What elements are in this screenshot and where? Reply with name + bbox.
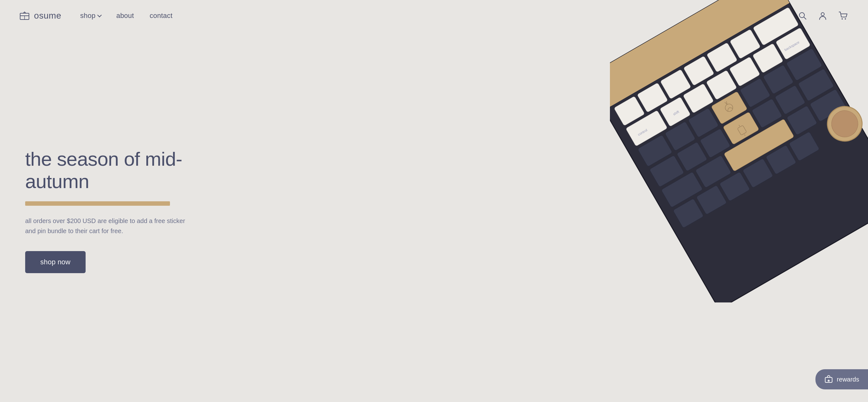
svg-point-5 (821, 12, 824, 16)
logo-link[interactable]: osume (19, 10, 61, 22)
nav-about-link[interactable]: about (116, 12, 134, 20)
svg-line-4 (804, 17, 806, 20)
svg-point-7 (845, 18, 846, 20)
keyboard-image: control shift backspace (610, 0, 868, 402)
shop-chevron-icon (97, 13, 102, 17)
nav-icons (797, 10, 849, 22)
rewards-button[interactable]: rewards (815, 369, 868, 390)
logo-icon (19, 10, 30, 22)
account-icon (818, 11, 827, 20)
nav-links: shop about contact (80, 12, 797, 20)
nav-shop-link[interactable]: shop (80, 12, 101, 20)
svg-point-6 (842, 18, 843, 20)
nav-contact-link[interactable]: contact (150, 12, 173, 20)
account-button[interactable] (817, 10, 828, 22)
cart-icon (838, 11, 848, 20)
hero-content: the season of mid-autumn all orders over… (0, 129, 220, 274)
hero-description: all orders over $200 USD are eligible to… (25, 216, 189, 236)
hero-divider (25, 201, 170, 206)
search-button[interactable] (797, 10, 808, 22)
navigation: osume shop about contact (0, 0, 868, 31)
hero-section: the season of mid-autumn all orders over… (0, 0, 868, 402)
hero-title: the season of mid-autumn (25, 148, 220, 193)
keyboard-svg: control shift backspace (610, 0, 868, 303)
search-icon (798, 11, 807, 20)
svg-point-3 (799, 12, 804, 18)
shop-now-button[interactable]: shop now (25, 251, 86, 273)
cart-button[interactable] (837, 10, 849, 22)
brand-name: osume (34, 11, 61, 21)
rewards-label: rewards (837, 376, 859, 383)
rewards-icon (824, 375, 833, 384)
